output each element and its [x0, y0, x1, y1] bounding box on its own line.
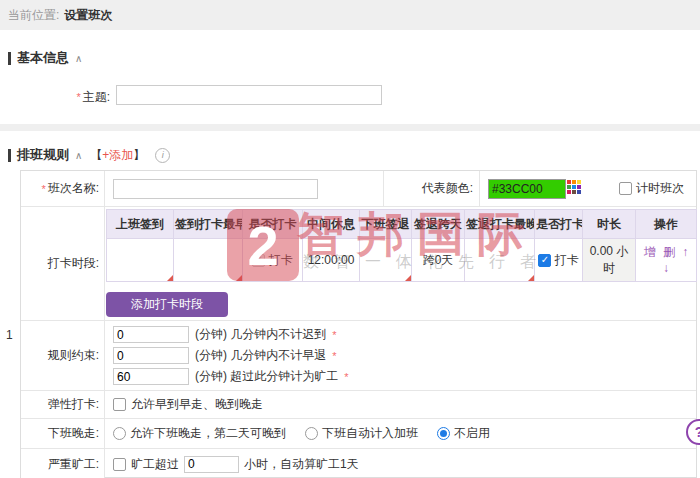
op-add-link[interactable]: 增 — [644, 245, 656, 259]
add-rule-link[interactable]: +添加 — [102, 148, 133, 162]
section-bar — [8, 149, 11, 162]
subject-input[interactable] — [116, 85, 382, 105]
early-leave-minutes-input[interactable] — [113, 347, 189, 364]
flexible-row: 弹性打卡: 允许早到早走、晚到晚走 — [21, 391, 696, 419]
col-header-duration: 时长 — [583, 210, 636, 239]
collapse-icon[interactable]: ∧ — [75, 150, 82, 161]
clock-period-label: 打卡时段: — [21, 207, 105, 320]
required-corner — [167, 275, 173, 281]
collapse-icon[interactable]: ∧ — [75, 53, 82, 64]
absenteeism-prefix: 旷工超过 — [131, 456, 179, 473]
bracket-close: 】 — [133, 148, 145, 162]
absent-minutes-input[interactable] — [113, 368, 189, 385]
early-leave-minutes-hint: (分钟) 几分钟内不计早退 — [195, 347, 326, 364]
shift-name-cell — [105, 171, 384, 206]
checkin-required-cell: 打卡 — [243, 239, 303, 282]
required-corner — [528, 275, 534, 281]
op-move-up-link[interactable]: ↑ — [682, 245, 688, 259]
late-leave-option-overtime-label: 下班自动计入加班 — [322, 425, 418, 442]
breadcrumb-location-label: 当前位置: — [8, 7, 59, 24]
col-header-checkout-required: 是否打卡 — [535, 210, 583, 239]
late-leave-option-allow: 允许下班晚走，第二天可晚到 — [113, 425, 286, 442]
bracket-open: 【 — [90, 148, 102, 162]
col-header-operations: 操作 — [636, 210, 697, 239]
section-divider — [0, 124, 700, 131]
absenteeism-hours-input[interactable] — [184, 456, 239, 473]
col-header-checkin: 上班签到 — [107, 210, 174, 239]
checkin-required-checkbox — [252, 254, 265, 267]
earliest-checkin-input[interactable] — [174, 239, 243, 282]
checkin-required-label: 打卡 — [269, 253, 293, 267]
latest-checkout-input[interactable] — [465, 239, 535, 282]
col-header-latest-checkout: 签退打卡最晚 — [465, 210, 535, 239]
absenteeism-row: 严重旷工: 旷工超过 小时，自动算旷工1天 — [21, 449, 696, 478]
constraints-label: 规则约束: — [21, 321, 105, 390]
flexible-label: 弹性打卡: — [21, 391, 105, 418]
timed-shift-option: 计时班次 — [619, 180, 684, 197]
rules-title: 排班规则 — [17, 146, 69, 164]
operations-cell: 增 删 ↑ ↓ — [636, 239, 697, 282]
absent-minutes-hint: (分钟) 超过此分钟计为旷工 — [195, 368, 338, 385]
col-header-checkout: 下班签退 — [360, 210, 412, 239]
col-header-break: 中间休息 — [303, 210, 360, 239]
break-time-cell[interactable]: 12:00:00 — [303, 239, 360, 282]
duration-cell: 0.00 小时 — [583, 239, 636, 282]
table-header-row: 上班签到 签到打卡最早 是否打卡 中间休息 下班签退 签退跨天 签退打卡最晚 是… — [107, 210, 697, 239]
required-mark: * — [76, 91, 80, 103]
clock-period-table: 上班签到 签到打卡最早 是否打卡 中间休息 下班签退 签退跨天 签退打卡最晚 是… — [106, 209, 697, 282]
absenteeism-suffix: 小时，自动算旷工1天 — [244, 456, 359, 473]
required-mark: * — [344, 371, 348, 383]
required-corner — [236, 275, 242, 281]
breadcrumb: 当前位置: 设置班次 — [0, 0, 700, 30]
late-leave-label: 下班晚走: — [21, 419, 105, 448]
col-header-cross-day: 签退跨天 — [412, 210, 465, 239]
checkout-required-label: 打卡 — [555, 253, 579, 267]
color-value-input[interactable] — [488, 179, 566, 199]
late-minutes-input[interactable] — [113, 326, 189, 343]
breadcrumb-current-page: 设置班次 — [64, 7, 112, 24]
basic-info-section-header: 基本信息 ∧ — [8, 49, 82, 67]
constraint-absent: (分钟) 超过此分钟计为旷工 * — [113, 366, 696, 387]
add-period-button[interactable]: 添加打卡时段 — [106, 292, 228, 317]
required-mark: * — [332, 350, 336, 362]
color-palette-icon[interactable] — [567, 180, 581, 197]
late-leave-option-disabled: 不启用 — [437, 425, 490, 442]
late-leave-radio-disabled[interactable] — [437, 427, 450, 440]
cross-day-cell[interactable]: 跨0天 — [412, 239, 465, 282]
shift-name-row: *班次名称: 代表颜色: 计时班次 — [21, 171, 696, 207]
rule-index: 1 — [6, 328, 13, 342]
checkin-time-input[interactable] — [107, 239, 174, 282]
rules-section-header: 排班规则 ∧ 【+添加】 i — [8, 146, 170, 164]
required-mark: * — [332, 329, 336, 341]
absenteeism-checkbox[interactable] — [113, 458, 126, 471]
checkout-time-input[interactable] — [360, 239, 412, 282]
late-leave-row: 下班晚走: 允许下班晚走，第二天可晚到 下班自动计入加班 不启用 — [21, 419, 696, 449]
info-icon[interactable]: i — [155, 148, 170, 163]
col-header-earliest-checkin: 签到打卡最早 — [174, 210, 243, 239]
op-move-down-link[interactable]: ↓ — [663, 261, 669, 275]
section-bar — [8, 52, 11, 65]
timed-shift-checkbox[interactable] — [619, 182, 632, 195]
rule-box: *班次名称: 代表颜色: 计时班次 — [20, 170, 697, 478]
flexible-option-label: 允许早到早走、晚到晚走 — [131, 396, 263, 413]
op-delete-link[interactable]: 删 — [663, 245, 675, 259]
basic-info-title: 基本信息 — [17, 49, 69, 67]
constraint-late: (分钟) 几分钟内不计迟到 * — [113, 324, 696, 345]
late-leave-option-overtime: 下班自动计入加班 — [305, 425, 418, 442]
constraints-row: 规则约束: (分钟) 几分钟内不计迟到 * (分钟) 几分钟内不计早退 * (分… — [21, 321, 696, 391]
subject-label: *主题: — [0, 89, 110, 106]
constraint-early-leave: (分钟) 几分钟内不计早退 * — [113, 345, 696, 366]
required-mark: * — [41, 183, 45, 195]
table-row: 打卡 12:00:00 跨0天 打卡 0.00 小时 增 删 — [107, 239, 697, 282]
flexible-checkbox[interactable] — [113, 398, 126, 411]
color-cell: 计时班次 — [480, 179, 696, 199]
shift-name-input[interactable] — [113, 179, 318, 199]
late-leave-radio-allow[interactable] — [113, 427, 126, 440]
shift-name-label: *班次名称: — [21, 171, 105, 206]
checkout-required-cell: 打卡 — [535, 239, 583, 282]
clock-period-row: 打卡时段: 上班签到 签到打卡最早 是否打卡 中间休息 下班签退 签退跨天 签退… — [21, 207, 696, 321]
absenteeism-label: 严重旷工: — [21, 449, 105, 478]
add-rule-wrap: 【+添加】 — [90, 147, 145, 164]
late-leave-radio-overtime[interactable] — [305, 427, 318, 440]
checkout-required-checkbox[interactable] — [538, 254, 551, 267]
